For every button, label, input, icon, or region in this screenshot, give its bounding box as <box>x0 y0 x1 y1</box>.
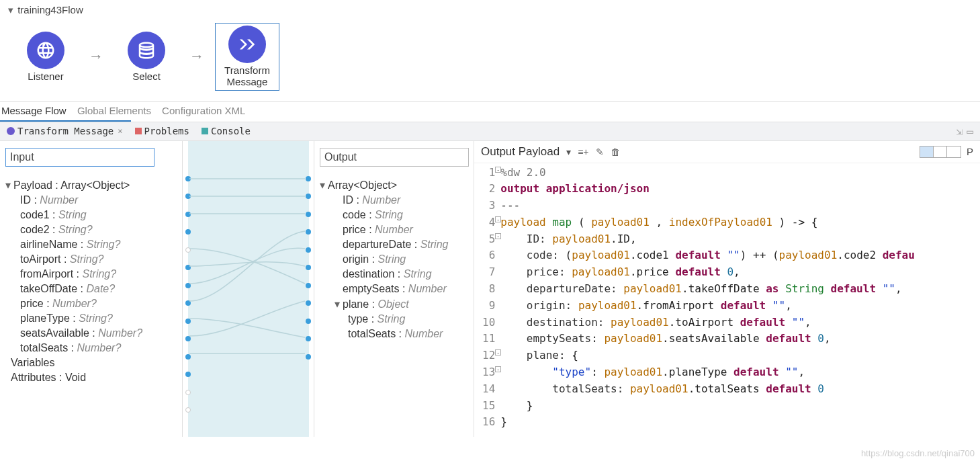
code-line[interactable]: destination: payload01.toAirport default… <box>500 315 915 331</box>
map-dot-left[interactable] <box>185 407 191 413</box>
map-dot-right[interactable] <box>306 319 311 324</box>
input-attributes[interactable]: Attributes : Void <box>5 370 177 385</box>
tab-global-elements[interactable]: Global Elements <box>77 105 151 116</box>
output-root[interactable]: ▾Array<Object> <box>320 177 468 193</box>
map-dot-right[interactable] <box>306 300 311 306</box>
input-field-planeType[interactable]: planeType : String? <box>5 311 177 326</box>
map-dot-left[interactable] <box>185 390 191 395</box>
map-dot-left[interactable] <box>185 354 191 360</box>
gutter-line[interactable]: 8 <box>482 281 495 298</box>
layout-split-icon[interactable] <box>920 146 934 157</box>
output-field-price[interactable]: price : Number <box>320 222 468 237</box>
input-field-takeOffDate[interactable]: takeOffDate : Date? <box>5 282 177 296</box>
code-line[interactable]: payload map ( payload01 , indexOfPayload… <box>500 214 915 231</box>
delete-icon[interactable]: 🗑 <box>611 146 620 157</box>
map-dot-left[interactable] <box>185 319 191 324</box>
code-line[interactable]: --- <box>500 198 915 214</box>
map-dot-left[interactable] <box>185 229 191 235</box>
gutter-line[interactable]: 7 <box>482 264 495 281</box>
gutter-line[interactable]: 4- <box>482 214 495 231</box>
code-line[interactable]: code: (payload01.code1 default "") ++ (p… <box>500 247 915 264</box>
code-line[interactable]: departureDate: payload01.takeOffDate as … <box>500 281 915 298</box>
gutter-line[interactable]: 6 <box>482 247 495 264</box>
output-field-code[interactable]: code : String <box>320 208 468 222</box>
input-field-code2[interactable]: code2 : String? <box>5 222 177 237</box>
restore-icon[interactable]: ⇲ <box>956 125 963 138</box>
input-field-airlineName[interactable]: airlineName : String? <box>5 237 177 252</box>
layout-right-icon[interactable] <box>947 146 961 157</box>
code-line[interactable]: } <box>500 414 915 431</box>
code-line[interactable]: output application/json <box>500 181 915 198</box>
output-label-box[interactable]: Output <box>320 148 469 167</box>
close-icon[interactable]: × <box>118 126 122 136</box>
input-root[interactable]: ▾Payload : Array<Object> <box>5 177 177 193</box>
flow-node-listener[interactable]: Listener <box>13 32 78 82</box>
input-field-ID[interactable]: ID : Number <box>5 193 177 208</box>
map-dot-right[interactable] <box>306 283 311 288</box>
input-label-box[interactable]: Input <box>5 148 154 167</box>
gutter-line[interactable]: 15 <box>482 398 495 415</box>
flow-node-transform-message[interactable]: Transform Message <box>215 23 279 91</box>
map-dot-left[interactable] <box>185 194 191 199</box>
code-line[interactable]: origin: payload01.fromAirport default ""… <box>500 298 915 315</box>
add-target-icon[interactable]: ≡+ <box>578 146 588 157</box>
output-field-destination[interactable]: destination : String <box>320 267 468 282</box>
gutter-line[interactable]: 13- <box>482 364 495 381</box>
layout-left-icon[interactable] <box>934 146 947 157</box>
edit-icon[interactable]: ✎ <box>596 146 604 157</box>
output-plane-field-type[interactable]: type : String <box>320 312 468 327</box>
tab-console[interactable]: Console <box>202 126 251 136</box>
code-line[interactable]: ID: payload01.ID, <box>500 231 915 248</box>
fold-icon[interactable]: - <box>495 216 501 222</box>
code-line[interactable]: totalSeats: payload01.totalSeats default… <box>500 381 915 398</box>
map-dot-left[interactable] <box>185 283 191 288</box>
map-dot-right[interactable] <box>306 194 311 199</box>
gutter-line[interactable]: 1- <box>482 165 495 181</box>
map-dot-left[interactable] <box>185 265 191 270</box>
flow-title[interactable]: ▾ training43Flow <box>5 3 975 17</box>
input-field-totalSeats[interactable]: totalSeats : Number? <box>5 341 177 355</box>
fold-icon[interactable]: - <box>495 366 501 372</box>
map-dot-right[interactable] <box>306 336 311 341</box>
output-target-label[interactable]: Output Payload <box>481 145 560 159</box>
output-plane[interactable]: ▾plane : Object <box>320 296 468 312</box>
map-dot-left[interactable] <box>185 336 191 341</box>
gutter-line[interactable]: 5- <box>482 231 495 248</box>
output-field-departureDate[interactable]: departureDate : String <box>320 237 468 252</box>
input-field-code1[interactable]: code1 : String <box>5 208 177 222</box>
gutter-line[interactable]: 10 <box>482 315 495 331</box>
map-dot-left[interactable] <box>185 247 191 253</box>
map-dot-left[interactable] <box>185 176 191 181</box>
gutter-line[interactable]: 16 <box>482 414 495 431</box>
gutter-line[interactable]: 11 <box>482 331 495 347</box>
gutter-line[interactable]: 9 <box>482 298 495 315</box>
code-line[interactable]: } <box>500 398 915 415</box>
tab-problems[interactable]: Problems <box>135 126 189 136</box>
code-line[interactable]: price: payload01.price default 0, <box>500 264 915 281</box>
code-editor[interactable]: 1-234-5-6789101112-13-141516 %dw 2.0outp… <box>474 163 980 431</box>
map-dot-left[interactable] <box>185 372 191 377</box>
input-field-seatsAvailable[interactable]: seatsAvailable : Number? <box>5 326 177 341</box>
gutter-line[interactable]: 14 <box>482 381 495 398</box>
fold-icon[interactable]: - <box>495 349 501 355</box>
tab-configuration-xml[interactable]: Configuration XML <box>162 105 245 116</box>
maximize-icon[interactable]: ▭ <box>967 125 973 138</box>
input-field-price[interactable]: price : Number? <box>5 296 177 311</box>
gutter-line[interactable]: 2 <box>482 181 495 198</box>
map-dot-right[interactable] <box>306 229 311 235</box>
mapping-canvas[interactable] <box>183 141 314 437</box>
fold-icon[interactable]: - <box>495 233 501 239</box>
map-dot-left[interactable] <box>185 300 191 306</box>
gutter-line[interactable]: 3 <box>482 198 495 214</box>
output-field-origin[interactable]: origin : String <box>320 252 468 267</box>
output-plane-field-totalSeats[interactable]: totalSeats : Number <box>320 327 468 341</box>
fold-icon[interactable]: - <box>495 167 501 173</box>
map-dot-right[interactable] <box>306 212 311 217</box>
output-field-ID[interactable]: ID : Number <box>320 193 468 208</box>
output-field-emptySeats[interactable]: emptySeats : Number <box>320 282 468 296</box>
preview-label[interactable]: P <box>967 146 973 157</box>
gutter-line[interactable]: 12- <box>482 347 495 364</box>
code-line[interactable]: plane: { <box>500 347 915 364</box>
map-dot-left[interactable] <box>185 212 191 217</box>
dropdown-caret-icon[interactable]: ▾ <box>566 146 571 157</box>
